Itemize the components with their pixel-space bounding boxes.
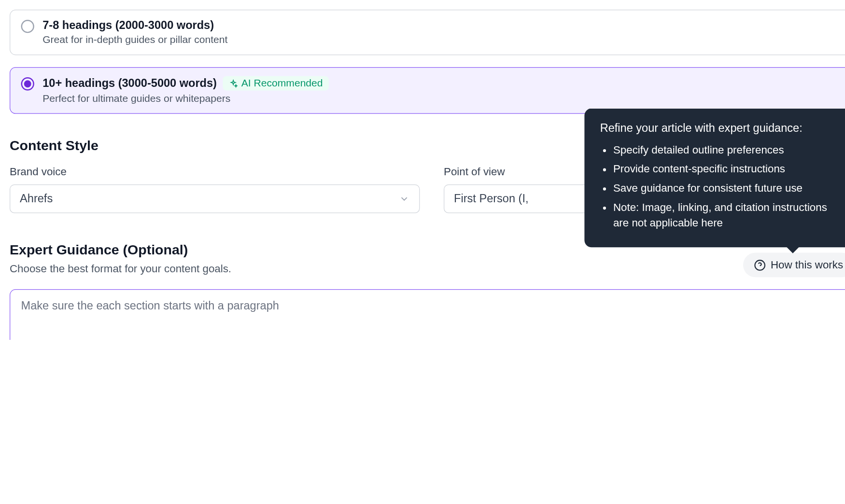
radio-icon	[21, 20, 34, 33]
brand-voice-label: Brand voice	[10, 166, 420, 179]
expert-guidance-input[interactable]	[10, 289, 845, 340]
heading-option-7-8[interactable]: 7-8 headings (2000-3000 words) Great for…	[10, 10, 845, 55]
help-icon	[754, 259, 766, 271]
how-this-works-button[interactable]: How this works	[743, 252, 845, 277]
option-title: 7-8 headings (2000-3000 words)	[42, 19, 214, 32]
select-value: First Person (I,	[454, 192, 528, 205]
chevron-down-icon	[399, 194, 409, 204]
how-label: How this works	[771, 259, 843, 271]
option-body: 10+ headings (3000-5000 words) AI Recomm…	[42, 76, 843, 105]
expert-guidance-sub: Choose the best format for your content …	[10, 263, 743, 276]
option-sub: Perfect for ultimate guides or whitepape…	[42, 93, 843, 105]
option-sub: Great for in-depth guides or pillar cont…	[42, 34, 843, 46]
ai-recommended-badge: AI Recommended	[223, 76, 329, 91]
tooltip-item: Save guidance for consistent future use	[613, 180, 838, 196]
heading-option-10plus[interactable]: 10+ headings (3000-5000 words) AI Recomm…	[10, 67, 845, 114]
brand-voice-select[interactable]: Ahrefs	[10, 184, 420, 213]
sparkle-icon	[229, 79, 238, 88]
badge-label: AI Recommended	[241, 77, 323, 89]
select-value: Ahrefs	[20, 192, 53, 205]
option-title: 10+ headings (3000-5000 words)	[42, 77, 217, 90]
tooltip-item: Specify detailed outline preferences	[613, 141, 838, 157]
option-body: 7-8 headings (2000-3000 words) Great for…	[42, 19, 843, 46]
tooltip-item: Note: Image, linking, and citation instr…	[613, 199, 838, 231]
tooltip-item: Provide content-specific instructions	[613, 161, 838, 176]
how-this-works-tooltip: Refine your article with expert guidance…	[584, 108, 845, 247]
tooltip-title: Refine your article with expert guidance…	[600, 121, 839, 134]
radio-icon	[21, 77, 34, 90]
